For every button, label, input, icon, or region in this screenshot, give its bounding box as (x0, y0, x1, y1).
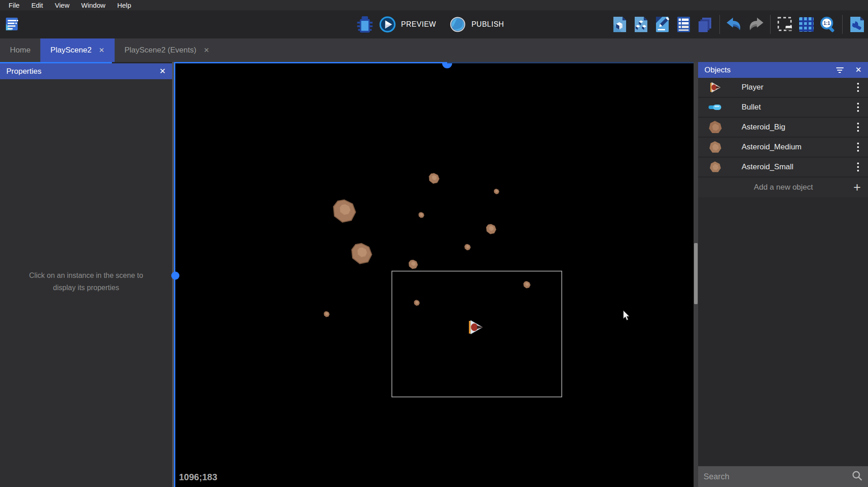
player-ship-icon (706, 81, 724, 94)
object-label: Asteroid_Small (742, 162, 855, 172)
capture-selection-icon[interactable] (776, 14, 794, 34)
project-manager-icon[interactable] (3, 14, 21, 34)
objects-panel-title: Objects (704, 66, 731, 75)
toolbar-separator (842, 15, 843, 34)
objects-panel: Objects ✕ Player (698, 62, 868, 487)
asteroid-instance-big[interactable] (333, 200, 356, 222)
instances-list-icon[interactable] (675, 14, 693, 34)
tab-bar: Home PlayScene2 ✕ PlayScene2 (Events) ✕ (0, 38, 868, 62)
asteroid-instance-small[interactable] (465, 244, 471, 250)
search-input[interactable] (704, 472, 852, 482)
tab-close-icon[interactable]: ✕ (203, 46, 209, 54)
properties-panel-title: Properties (6, 67, 41, 76)
mouse-cursor (623, 310, 631, 323)
add-object-label: Add a new object (698, 183, 854, 192)
asteroid-icon (706, 161, 724, 173)
object-row-asteroid-medium[interactable]: Asteroid_Medium (698, 138, 868, 158)
publish-button[interactable]: PUBLISH (472, 20, 504, 29)
properties-editor-icon[interactable] (653, 14, 671, 34)
object-menu-icon[interactable] (855, 161, 861, 173)
menu-help[interactable]: Help (112, 0, 136, 10)
menu-view[interactable]: View (50, 0, 74, 10)
bullet-icon (706, 103, 724, 112)
camera-border (392, 271, 562, 397)
objects-search-bar (698, 466, 868, 487)
properties-close-icon[interactable]: ✕ (159, 67, 166, 76)
toolbar-separator (770, 15, 771, 34)
object-menu-icon[interactable] (855, 101, 861, 114)
player-ship-instance[interactable] (469, 320, 483, 334)
object-menu-icon[interactable] (855, 121, 861, 134)
asteroid-icon (706, 120, 724, 134)
undo-icon[interactable] (725, 14, 743, 34)
scene-scrollbar-thumb[interactable] (694, 243, 698, 304)
layers-editor-icon[interactable] (696, 14, 714, 34)
asteroid-instance-small[interactable] (414, 300, 420, 306)
tab-playscene2-label: PlayScene2 (50, 46, 92, 55)
preview-play-icon[interactable] (378, 14, 396, 34)
object-menu-icon[interactable] (855, 141, 861, 153)
asteroid-instance-big[interactable] (352, 244, 371, 264)
settings-wrench-icon[interactable] (848, 14, 866, 34)
asteroid-instance-medium[interactable] (409, 260, 418, 269)
gdevelop-window: File Edit View Window Help (0, 0, 868, 487)
object-groups-icon[interactable] (632, 14, 650, 34)
asteroid-instance-medium[interactable] (486, 224, 496, 234)
publish-globe-icon[interactable] (449, 14, 467, 34)
main-toolbar: PREVIEW PUBLISH (0, 10, 868, 38)
debug-icon[interactable] (356, 14, 374, 34)
filter-icon[interactable] (836, 67, 844, 73)
object-row-bullet[interactable]: Bullet (698, 98, 868, 118)
object-menu-icon[interactable] (855, 81, 861, 94)
plus-icon: + (854, 183, 861, 192)
menu-file[interactable]: File (4, 0, 24, 10)
asteroid-instance-medium[interactable] (429, 173, 439, 184)
cursor-coordinates: 1096;183 (179, 472, 217, 482)
properties-hint-text: Click on an instance in the scene to dis… (0, 269, 172, 294)
menu-bar: File Edit View Window Help (0, 0, 868, 10)
preview-button[interactable]: PREVIEW (401, 20, 436, 29)
redo-icon[interactable] (747, 14, 765, 34)
object-label: Asteroid_Medium (742, 143, 855, 152)
tab-close-icon[interactable]: ✕ (99, 46, 105, 54)
objects-close-icon[interactable]: ✕ (855, 65, 862, 75)
properties-panel: Properties ✕ Click on an instance in the… (0, 63, 172, 487)
zoom-1-1-icon[interactable]: 1:1 (819, 14, 837, 34)
objects-panel-header: Objects ✕ (698, 62, 868, 78)
scene-canvas-svg (175, 63, 694, 487)
splitter-handle-dot[interactable] (171, 272, 179, 280)
asteroid-icon (706, 141, 724, 153)
tab-playscene2[interactable]: PlayScene2 ✕ (40, 38, 114, 62)
add-new-object-button[interactable]: Add a new object + (698, 177, 868, 197)
asteroid-instance-small[interactable] (324, 311, 329, 317)
asteroid-instance-small[interactable] (419, 212, 424, 218)
search-icon (852, 470, 863, 483)
properties-panel-header: Properties ✕ (0, 63, 172, 79)
menu-edit[interactable]: Edit (26, 0, 48, 10)
menu-window[interactable]: Window (76, 0, 110, 10)
tab-playscene2-events-label: PlayScene2 (Events) (125, 46, 197, 55)
tab-home[interactable]: Home (0, 38, 40, 62)
scene-scrollbar-track[interactable] (694, 62, 698, 487)
object-label: Bullet (742, 103, 855, 112)
object-row-asteroid-big[interactable]: Asteroid_Big (698, 118, 868, 138)
toolbar-separator (719, 15, 720, 34)
object-label: Player (742, 83, 855, 92)
svg-text:1:1: 1:1 (824, 21, 830, 26)
objects-panel-empty-area (698, 197, 868, 466)
asteroid-instance-small[interactable] (524, 281, 530, 288)
object-row-player[interactable]: Player (698, 78, 868, 98)
scene-canvas[interactable]: 1096;183 (175, 63, 694, 487)
object-label: Asteroid_Big (742, 123, 855, 132)
tab-playscene2-events[interactable]: PlayScene2 (Events) ✕ (115, 38, 219, 62)
object-row-asteroid-small[interactable]: Asteroid_Small (698, 158, 868, 177)
grid-icon[interactable] (797, 14, 815, 34)
objects-editor-icon[interactable] (611, 14, 629, 34)
asteroid-instance-small[interactable] (494, 189, 499, 194)
tab-home-label: Home (10, 46, 30, 55)
